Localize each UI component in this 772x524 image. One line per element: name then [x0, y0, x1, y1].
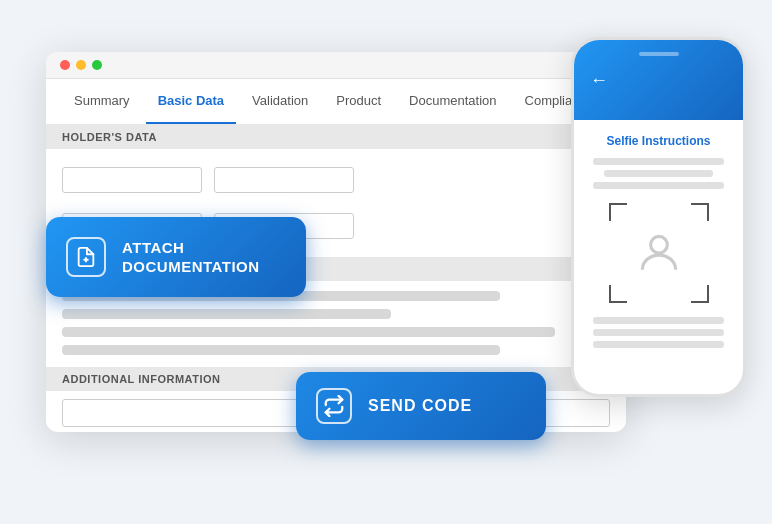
address-row-4: [62, 345, 500, 355]
selfie-description: [586, 158, 731, 189]
send-code-label: SEND CODE: [368, 397, 472, 415]
phone-header: ←: [574, 40, 743, 120]
send-code-icon: [316, 388, 352, 424]
back-arrow-icon[interactable]: ←: [590, 70, 608, 91]
selfie-instructions-title: Selfie Instructions: [586, 134, 731, 148]
dot-red: [60, 60, 70, 70]
phone-content: Selfie Instructions: [574, 120, 743, 362]
corner-tr: [691, 203, 709, 221]
dot-yellow: [76, 60, 86, 70]
tab-product[interactable]: Product: [324, 79, 393, 124]
selfie-line-2: [604, 170, 713, 177]
person-silhouette-icon: [634, 228, 684, 278]
attach-icon: [66, 237, 106, 277]
svg-point-2: [650, 236, 667, 253]
tab-summary[interactable]: Summary: [62, 79, 142, 124]
corner-bl: [609, 285, 627, 303]
bottom-description: [586, 317, 731, 348]
tab-documentation[interactable]: Documentation: [397, 79, 508, 124]
address-row-2: [62, 309, 391, 319]
holder-row-1: [46, 157, 626, 203]
scene: Summary Basic Data Validation Product Do…: [26, 22, 746, 502]
tab-validation[interactable]: Validation: [240, 79, 320, 124]
corner-br: [691, 285, 709, 303]
selfie-line-1: [593, 158, 724, 165]
phone-mockup: ← Selfie Instructions: [571, 37, 746, 397]
attach-documentation-button[interactable]: ATTACH DOCUMENTATION: [46, 217, 306, 297]
dot-green: [92, 60, 102, 70]
browser-chrome: [46, 52, 626, 79]
bottom-line-1: [593, 317, 724, 324]
bottom-line-2: [593, 329, 724, 336]
address-row-3: [62, 327, 555, 337]
attach-label: ATTACH DOCUMENTATION: [122, 238, 260, 277]
phone-notch-bar: [639, 52, 679, 56]
holder-input-1[interactable]: [62, 167, 202, 193]
corner-tl: [609, 203, 627, 221]
send-code-button[interactable]: SEND CODE: [296, 372, 546, 440]
tab-basic-data[interactable]: Basic Data: [146, 79, 236, 124]
camera-frame: [609, 203, 709, 303]
selfie-line-3: [593, 182, 724, 189]
bottom-line-3: [593, 341, 724, 348]
tab-nav: Summary Basic Data Validation Product Do…: [46, 79, 626, 125]
holders-data-header: HOLDER'S DATA: [46, 125, 626, 149]
holder-input-2[interactable]: [214, 167, 354, 193]
